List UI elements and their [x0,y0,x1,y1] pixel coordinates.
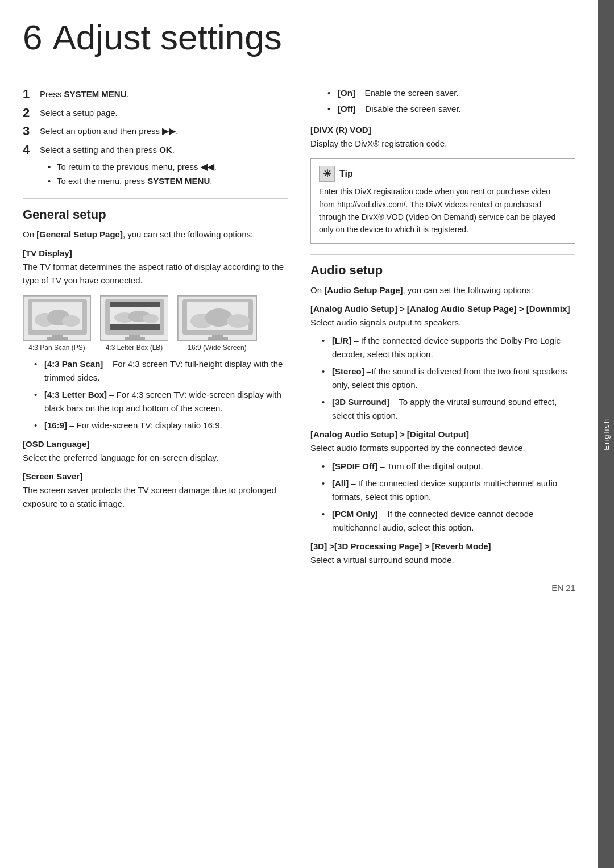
general-setup-intro: On [General Setup Page], you can set the… [23,228,288,241]
svg-point-23 [227,314,250,328]
tv-image-widescreen: 16:9 (Wide Screen) [177,295,257,352]
analog-downmix-options: [L/R] – If the connected device supports… [322,334,575,423]
downmix-lr: [L/R] – If the connected device supports… [322,334,575,361]
tip-body: Enter this DivX registration code when y… [319,187,555,234]
svg-rect-11 [110,302,160,307]
step-4-text: Select a setting and then press OK. [40,142,175,157]
tip-label: Tip [339,166,353,181]
general-setup-page-label: [General Setup Page] [36,229,123,239]
svg-point-5 [62,315,80,327]
tv-option-2: [4:3 Letter Box] – For 4:3 screen TV: wi… [34,388,288,415]
main-content: 6 Adjust settings 1 Press SYSTEM MENU. 2… [0,0,598,610]
left-divider-1 [23,198,288,199]
reverb-mode-body: Select a virtual surround sound mode. [310,553,575,567]
analog-downmix-body: Select audio signals output to speakers. [310,316,575,329]
screen-saver-options: [On] – Enable the screen saver. [Off] – … [327,86,575,116]
svg-point-15 [143,314,159,323]
tv-widescreen-svg [177,295,257,341]
step-1-number: 1 [23,86,40,103]
language-label: English [602,418,611,450]
osd-language-heading: [OSD Language] [23,439,288,449]
reverb-mode-heading: [3D] >[3D Processing Page] > [Reverb Mod… [310,541,575,551]
general-setup-heading: General setup [23,207,288,222]
step-4-sub-2: To exit the menu, press SYSTEM MENU. [48,175,288,188]
screen-saver-on: [On] – Enable the screen saver. [327,86,575,100]
title-text: Adjust settings [52,18,281,57]
step-1-bold: SYSTEM MENU [64,89,127,99]
downmix-stereo: [Stereo] –If the sound is delivered from… [322,365,575,392]
tv-images-row: 4:3 Pan Scan (PS) [23,295,288,352]
screen-saver-off: [Off] – Disable the screen saver. [327,102,575,116]
step-4-bold: OK [159,145,172,155]
screen-saver-body: The screen saver protects the TV screen … [23,483,288,511]
tv-image-letterbox: 4:3 Letter Box (LB) [100,295,168,352]
step-4-sub-1: To return to the previous menu, press ◀◀… [48,161,288,174]
step-4-number: 4 [23,142,40,158]
side-language-tab: English [598,0,614,868]
tip-box: ✳ Tip Enter this DivX registration code … [310,158,575,244]
screen-saver-heading: [Screen Saver] [23,471,288,481]
tv-panscan-label: 4:3 Pan Scan (PS) [28,344,85,352]
tv-option-1: [4:3 Pan Scan] – For 4:3 screen TV: full… [34,357,288,385]
osd-language-body: Select the preferred language for on-scr… [23,451,288,465]
tv-display-options: [4:3 Pan Scan] – For 4:3 screen TV: full… [34,357,288,432]
tv-letterbox-label: 4:3 Letter Box (LB) [106,344,163,352]
tip-header: ✳ Tip [319,166,567,182]
audio-setup-page-label: [Audio Setup Page] [324,285,403,295]
divx-vod-body: Display the DivX® registration code. [310,137,575,151]
step-1: 1 Press SYSTEM MENU. [23,86,288,103]
tv-panscan-svg [23,295,91,341]
svg-rect-17 [125,337,145,340]
step-2: 2 Select a setup page. [23,105,288,122]
step-4-sub: To return to the previous menu, press ◀◀… [48,161,288,188]
page-number: EN 21 [551,583,575,592]
step-1-text: Press SYSTEM MENU. [40,86,129,101]
digital-output-spdif: [SPDIF Off] – Turn off the digital outpu… [322,460,575,473]
audio-setup-intro: On [Audio Setup Page], you can set the f… [310,283,575,297]
tv-image-panscan: 4:3 Pan Scan (PS) [23,295,91,352]
digital-output-all: [All] – If the connected device supports… [322,477,575,504]
audio-setup-heading: Audio setup [310,263,575,278]
tv-letterbox-svg [100,295,168,341]
tv-display-body: The TV format determines the aspect rati… [23,260,288,287]
tv-option-3: [16:9] – For wide-screen TV: display rat… [34,419,288,432]
title-number: 6 [23,17,42,57]
right-column: [On] – Enable the screen saver. [Off] – … [310,86,575,571]
step-2-text: Select a setup page. [40,105,118,120]
step-4: 4 Select a setting and then press OK. [23,142,288,158]
divx-vod-heading: [DIVX (R) VOD] [310,125,575,135]
svg-rect-7 [47,337,68,340]
tv-display-heading: [TV Display] [23,248,288,258]
step-2-number: 2 [23,105,40,122]
step-3-text: Select an option and then press ▶▶. [40,123,178,138]
tv-widescreen-label: 16:9 (Wide Screen) [188,344,246,352]
page-footer: EN 21 [23,583,575,592]
page-title-row: 6 Adjust settings [23,17,575,74]
svg-rect-25 [208,337,228,340]
svg-rect-12 [110,324,160,330]
digital-output-heading: [Analog Audio Setup] > [Digital Output] [310,429,575,439]
right-divider-1 [310,254,575,255]
digital-output-options: [SPDIF Off] – Turn off the digital outpu… [322,460,575,535]
analog-downmix-heading: [Analog Audio Setup] > [Analog Audio Set… [310,304,575,314]
left-column: 1 Press SYSTEM MENU. 2 Select a setup pa… [23,86,288,571]
digital-output-body: Select audio formats supported by the co… [310,441,575,455]
step-3-number: 3 [23,123,40,140]
steps-section: 1 Press SYSTEM MENU. 2 Select a setup pa… [23,86,288,187]
downmix-3d: [3D Surround] – To apply the virutal sur… [322,395,575,423]
digital-output-pcm: [PCM Only] – If the connected device can… [322,507,575,535]
tip-star-icon: ✳ [319,166,335,182]
content-columns: 1 Press SYSTEM MENU. 2 Select a setup pa… [23,86,575,571]
step-3-bold: ▶▶ [162,126,176,136]
step-3: 3 Select an option and then press ▶▶. [23,123,288,140]
